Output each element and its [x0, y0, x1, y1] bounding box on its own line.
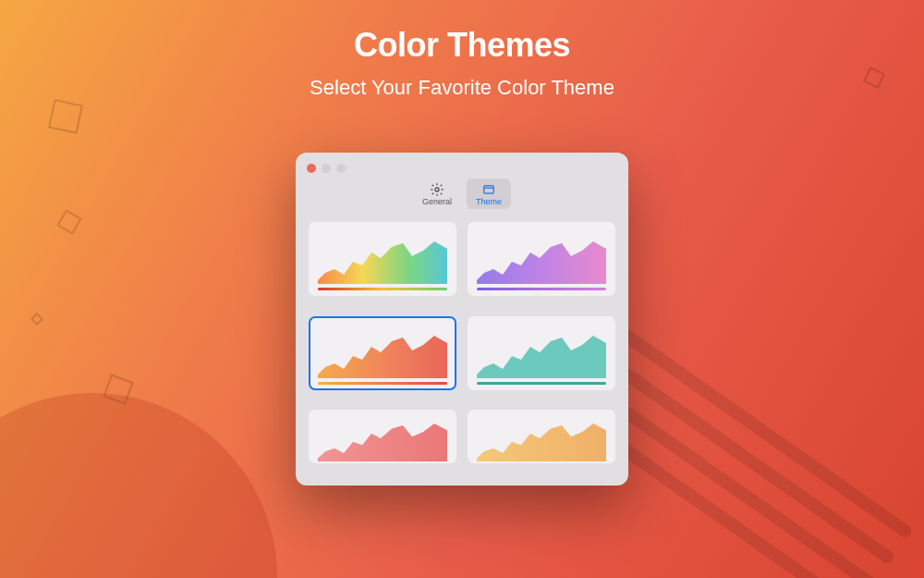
decorative-circle [0, 393, 277, 578]
theme-card-amber[interactable] [468, 410, 615, 463]
theme-underline [477, 288, 606, 290]
tab-label: Theme [476, 197, 502, 206]
decorative-square [48, 99, 83, 134]
theme-underline [477, 382, 606, 385]
theme-card-rainbow[interactable] [309, 222, 456, 296]
theme-card-sunset[interactable] [309, 316, 456, 390]
theme-card-teal[interactable] [468, 316, 615, 390]
tabs: General Theme [296, 178, 628, 209]
page-subtitle: Select Your Favorite Color Theme [0, 76, 924, 100]
theme-underline [318, 382, 447, 385]
svg-point-0 [435, 188, 439, 191]
window-minimize-button[interactable] [322, 164, 331, 173]
theme-card-coral[interactable] [309, 410, 456, 463]
theme-preview-chart [477, 234, 606, 284]
tab-theme[interactable]: Theme [467, 178, 511, 209]
theme-card-violet[interactable] [468, 222, 615, 296]
svg-rect-1 [484, 186, 494, 193]
window-close-button[interactable] [307, 164, 316, 173]
gear-icon [429, 182, 445, 197]
theme-preview-chart [318, 328, 447, 378]
theme-preview-chart [318, 234, 447, 284]
page-title: Color Themes [0, 26, 924, 65]
tab-label: General [422, 197, 452, 206]
theme-underline [318, 288, 447, 290]
window-maximize-button[interactable] [336, 164, 346, 173]
decorative-square [30, 313, 43, 326]
theme-preview-chart [477, 417, 606, 461]
decorative-square [56, 209, 81, 234]
theme-grid [296, 216, 628, 486]
tab-general[interactable]: General [413, 178, 461, 209]
preferences-window: General Theme [296, 153, 628, 486]
theme-preview-chart [318, 417, 447, 461]
theme-preview-chart [477, 328, 606, 378]
window-icon [480, 182, 497, 197]
